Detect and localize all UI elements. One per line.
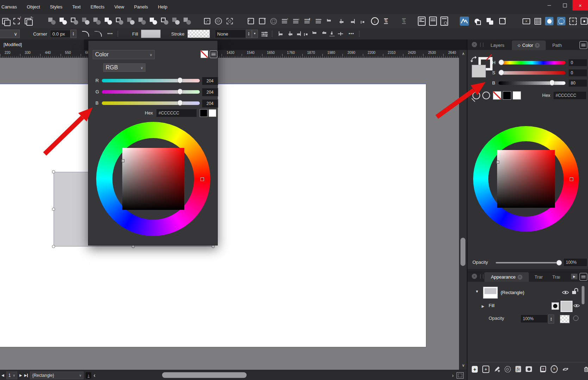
collapse-left-icon[interactable]: ‹ (93, 372, 95, 379)
align-baseline-1-icon[interactable] (326, 18, 334, 25)
sb-marker[interactable] (496, 161, 499, 164)
tab-layers[interactable]: Layers (485, 41, 510, 50)
visibility-eye-icon[interactable] (562, 290, 569, 295)
opacity-slider-track[interactable] (496, 262, 559, 263)
black-swatch[interactable] (200, 109, 208, 117)
boolean-op-icon-6[interactable] (104, 18, 112, 25)
unlink-icon[interactable] (226, 18, 234, 25)
corner-value-input[interactable]: 0.0 px (50, 30, 70, 38)
stroke-align-right-icon[interactable] (296, 31, 301, 36)
move-by-whole-pixels-icon[interactable] (580, 18, 588, 25)
fill-swatch[interactable] (141, 30, 161, 38)
unlock-icon[interactable] (572, 288, 578, 294)
g-slider-handle[interactable] (177, 89, 183, 94)
transform-duplicate-icon[interactable]: ⤴ (13, 18, 20, 25)
opacity-value[interactable]: 100% (563, 258, 587, 267)
stroke-align-left-icon[interactable] (279, 31, 284, 36)
boolean-op-icon-4[interactable] (82, 18, 89, 25)
panel-menu-icon[interactable] (580, 41, 587, 49)
g-slider-value[interactable]: 204 (202, 88, 218, 96)
edit-document-icon[interactable]: ↙ (498, 17, 507, 26)
s-slider-handle[interactable] (499, 70, 504, 75)
boolean-op-icon-3[interactable] (70, 18, 78, 25)
layer-thumbnail[interactable] (483, 287, 498, 299)
envelope-warp-icon[interactable]: × (522, 18, 530, 25)
snapshot-camera-icon[interactable] (526, 366, 532, 372)
tab-color[interactable]: ◇ Color × (512, 41, 546, 50)
selection-handle-tl[interactable] (52, 170, 55, 174)
stroke-width-stepper[interactable]: ▲▼ (246, 30, 252, 38)
cap-butt-icon[interactable] (312, 31, 318, 36)
b-slider-track[interactable] (102, 101, 200, 105)
tab-transform[interactable]: Trar (531, 272, 546, 282)
snap-candidates-icon[interactable] (557, 17, 565, 25)
distribute-right-icon[interactable]: → (315, 18, 322, 25)
cap-square-icon[interactable] (329, 31, 335, 36)
object-selector-dropdown[interactable]: {Rectangle}∨ (30, 372, 83, 379)
boolean-op-icon-8[interactable] (127, 18, 135, 25)
sync-defaults-icon[interactable] (562, 366, 569, 372)
export-slice-icon[interactable]: ↓ (86, 372, 91, 379)
expand-spacing-icon[interactable]: ⇅ (382, 18, 390, 25)
join-miter-icon[interactable] (338, 31, 343, 36)
menu-item-effects[interactable]: Effects (89, 0, 113, 14)
next-page-icon[interactable]: ▶ (19, 373, 22, 377)
menu-item-view[interactable]: View (113, 0, 132, 14)
group-icon[interactable] (270, 18, 277, 25)
layer-name[interactable]: {Rectangle} (501, 290, 524, 295)
h-slider-value[interactable]: 0 (568, 59, 587, 67)
saturation-brightness-square[interactable] (122, 148, 184, 210)
boolean-op-icon-1[interactable] (48, 18, 56, 25)
vertical-scroll-thumb[interactable] (460, 238, 465, 266)
b-slider-handle[interactable] (177, 100, 183, 106)
link-icon[interactable] (215, 18, 222, 25)
menu-item-object[interactable]: Object (25, 0, 49, 14)
fill-opacity-input[interactable]: 100% (520, 314, 548, 323)
crop-icon[interactable]: ⤢ (203, 18, 211, 25)
close-tab-icon[interactable]: × (518, 275, 522, 280)
maximize-button[interactable] (557, 0, 572, 11)
text-styles-icon[interactable] (418, 18, 426, 25)
designer-persona-icon[interactable] (460, 17, 469, 26)
tab-appearance[interactable]: Appearance × (484, 272, 529, 282)
rotate-copy-icon[interactable]: ↻ (24, 18, 32, 25)
corner-stepper[interactable]: ▲▼ (70, 30, 76, 38)
preset-dropdown[interactable]: ∨ (0, 30, 20, 38)
align-baseline-3-icon[interactable] (348, 18, 356, 25)
canvas-area[interactable] (0, 58, 459, 370)
add-brush-stroke-icon[interactable] (494, 366, 500, 373)
align-bottom-icon[interactable]: ↓ (292, 18, 300, 25)
r-slider-handle[interactable] (177, 77, 183, 83)
expand-right-icon[interactable]: › (452, 373, 454, 378)
s-slider-track[interactable] (499, 71, 565, 75)
tab-overflow-icon[interactable]: ▶ (571, 274, 577, 279)
selection-handle-ml[interactable] (52, 208, 55, 211)
close-button[interactable]: × (572, 0, 588, 11)
hue-marker[interactable] (570, 177, 573, 181)
document-tab[interactable]: [Modified] (0, 39, 84, 50)
detach-panel-icon[interactable]: × (472, 42, 477, 47)
grid-icon[interactable] (534, 18, 541, 25)
tab-transparency[interactable]: Traı (549, 272, 564, 282)
b-slider-value[interactable]: 80 (568, 79, 587, 87)
stroke-style-dropdown[interactable]: None (215, 30, 246, 38)
cap-round-icon[interactable] (321, 31, 326, 36)
none-color-swatch[interactable] (493, 91, 501, 100)
b-slider-value[interactable]: 204 (202, 99, 218, 108)
panel-menu-icon[interactable] (580, 273, 587, 281)
none-color-swatch[interactable] (200, 50, 208, 58)
layer-effects-icon[interactable]: fx (515, 366, 521, 372)
last-page-icon[interactable]: ▶ (24, 373, 28, 377)
s-slider-value[interactable]: 0 (568, 69, 587, 77)
stroke-swatch[interactable] (187, 30, 210, 38)
boolean-op-icon-11[interactable] (161, 18, 168, 25)
boolean-op-icon-13[interactable] (183, 18, 191, 25)
b-slider-handle[interactable] (549, 80, 555, 86)
notes-icon[interactable] (429, 18, 437, 25)
canvas-vertical-scrollbar[interactable]: ∧ ∨ (459, 50, 467, 370)
more-stroke-options-icon[interactable]: ••• (349, 31, 354, 36)
boolean-op-icon-12[interactable] (172, 18, 180, 25)
appearance-scroll-thumb[interactable] (582, 286, 584, 304)
stroke-style-chevron[interactable]: ▼ (252, 30, 258, 38)
detach-panel-icon[interactable]: × (472, 274, 477, 279)
